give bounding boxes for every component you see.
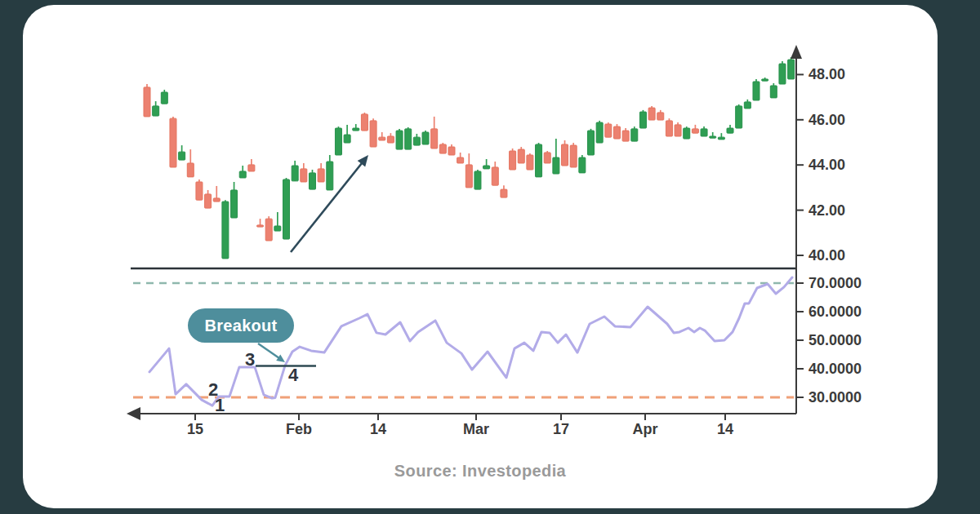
candle-up — [179, 152, 185, 160]
candle-up — [788, 60, 795, 79]
candle-down — [213, 198, 220, 202]
candle-up — [553, 157, 559, 174]
candle-up — [309, 173, 315, 189]
candle-up — [405, 129, 412, 149]
candle-up — [762, 79, 768, 81]
y-tick-label: 40.0000 — [808, 361, 862, 377]
candle-up — [744, 102, 751, 109]
candle-down — [318, 169, 324, 182]
candle-down — [205, 194, 212, 208]
candle-up — [335, 128, 341, 155]
candle-down — [387, 136, 394, 143]
candle-up — [239, 171, 246, 178]
candle-up — [727, 128, 733, 133]
candle-up — [753, 82, 760, 100]
x-tick-label: Mar — [463, 421, 489, 437]
candle-down — [544, 153, 550, 163]
candle-up — [292, 166, 298, 181]
candle-up — [327, 162, 333, 190]
candle-up — [770, 86, 777, 98]
candle-up — [483, 166, 490, 169]
candle-up — [161, 92, 167, 104]
candle-down — [361, 114, 368, 131]
candle-up — [413, 137, 420, 145]
candle-up — [779, 64, 786, 84]
candle-down — [518, 149, 524, 163]
candle-down — [257, 225, 264, 227]
candle-down — [448, 147, 455, 155]
candle-down — [457, 157, 464, 163]
candle-down — [666, 121, 672, 136]
candle-up — [231, 190, 238, 218]
y-tick-label: 44.00 — [808, 157, 845, 173]
candle-down — [170, 118, 176, 167]
candle-up — [283, 179, 290, 239]
candle-up — [701, 129, 707, 136]
candle-up — [579, 157, 586, 173]
candle-up — [474, 171, 481, 189]
breakout-arrow-head — [276, 355, 285, 362]
candle-up — [718, 137, 724, 140]
x-tick-label: Feb — [286, 421, 312, 437]
y-tick-label: 46.00 — [808, 112, 845, 128]
x-tick-label: 15 — [187, 421, 203, 437]
candle-down — [510, 151, 516, 170]
candle-down — [466, 165, 472, 188]
x-tick-label: Apr — [633, 421, 658, 437]
candle-up — [736, 106, 742, 128]
chart-canvas: 48.0046.0044.0042.0040.0070.000060.00005… — [0, 0, 980, 514]
candle-up — [222, 202, 229, 259]
candle-up — [639, 112, 646, 128]
y-tick-label: 48.00 — [808, 66, 845, 82]
candle-down — [431, 129, 438, 148]
candle-down — [657, 113, 664, 120]
candle-up — [344, 135, 350, 143]
candle-down — [370, 121, 376, 147]
candle-down — [613, 126, 620, 139]
candle-down — [248, 165, 255, 171]
candle-down — [605, 124, 612, 137]
candle-down — [622, 131, 629, 141]
candle-up — [396, 131, 403, 149]
candle-down — [196, 182, 203, 200]
y-axis-up-arrow — [791, 45, 802, 59]
y-tick-label: 70.0000 — [808, 275, 862, 291]
candle-down — [692, 129, 698, 133]
candle-down — [501, 189, 507, 197]
candle-up — [710, 136, 716, 138]
x-tick-label: 14 — [717, 421, 733, 437]
breakout-arrow — [258, 343, 280, 359]
candle-down — [187, 163, 194, 177]
y-tick-label: 42.00 — [808, 202, 845, 219]
candle-down — [675, 125, 681, 136]
candle-down — [379, 137, 385, 140]
breakout-callout: Breakout — [188, 308, 294, 343]
candle-up — [422, 132, 429, 144]
y-tick-label: 50.0000 — [808, 332, 862, 348]
y-tick-label: 30.0000 — [808, 389, 862, 405]
candle-down — [648, 108, 655, 120]
candle-up — [631, 129, 638, 141]
x-tick-label: 14 — [370, 421, 386, 437]
candle-up — [536, 144, 542, 177]
x-tick-label: 17 — [553, 421, 569, 437]
candle-down — [562, 144, 568, 166]
candle-down — [492, 167, 498, 185]
page-background: 48.0046.0044.0042.0040.0070.000060.00005… — [0, 0, 980, 514]
candle-down — [265, 219, 272, 241]
candle-up — [588, 131, 595, 155]
candle-up — [684, 128, 690, 139]
candle-down — [144, 87, 150, 117]
x-axis-left-arrow — [127, 407, 140, 420]
candle-up — [274, 226, 281, 231]
axes: 48.0046.0044.0042.0040.0070.000060.00005… — [127, 45, 862, 437]
y-tick-label: 60.0000 — [808, 304, 862, 320]
candle-up — [353, 128, 359, 131]
candle-down — [439, 144, 446, 153]
candle-down — [570, 145, 577, 167]
candle-up — [153, 106, 159, 116]
candlestick-series — [144, 57, 795, 259]
y-tick-label: 40.00 — [808, 247, 845, 264]
candle-down — [527, 155, 533, 170]
candle-down — [301, 169, 307, 182]
